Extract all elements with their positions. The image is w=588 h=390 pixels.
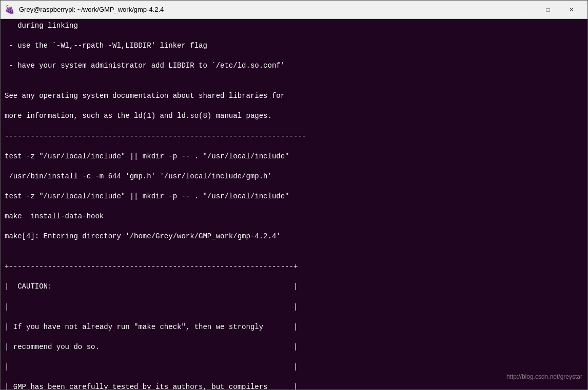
close-button[interactable]: ✕ — [560, 1, 583, 19]
watermark: http://blog.csdn.net/greystar — [506, 373, 582, 380]
terminal-window: 🍇 Grey@raspberrypi: ~/work/GMP_work/gmp-… — [0, 0, 588, 390]
app-icon: 🍇 — [5, 5, 15, 15]
window-title: Grey@raspberrypi: ~/work/GMP_work/gmp-4.… — [19, 6, 513, 13]
titlebar: 🍇 Grey@raspberrypi: ~/work/GMP_work/gmp-… — [1, 1, 587, 19]
maximize-button[interactable]: □ — [536, 1, 560, 19]
window-controls: ─ □ ✕ — [513, 1, 583, 19]
terminal-wrapper: during linking - use the `-Wl,--rpath -W… — [1, 19, 587, 389]
minimize-button[interactable]: ─ — [513, 1, 536, 19]
terminal-output[interactable]: during linking - use the `-Wl,--rpath -W… — [1, 19, 587, 389]
